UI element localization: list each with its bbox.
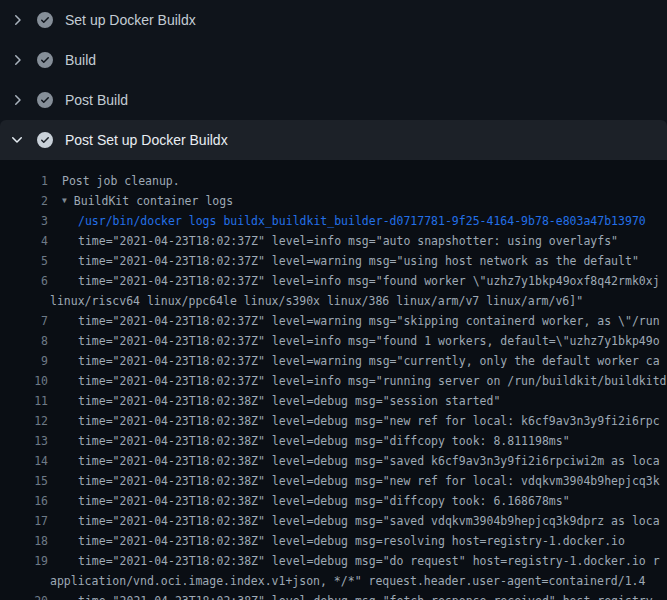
- log-line: 19time="2021-04-23T18:02:38Z" level=debu…: [0, 551, 667, 571]
- line-number[interactable]: 9: [0, 351, 48, 371]
- log-line: 9time="2021-04-23T18:02:37Z" level=warni…: [0, 351, 667, 371]
- log-line-text: time="2021-04-23T18:02:38Z" level=debug …: [78, 491, 667, 511]
- actions-log-viewer: Set up Docker Buildx Build Post Build Po…: [0, 0, 667, 600]
- log-line: 7time="2021-04-23T18:02:37Z" level=warni…: [0, 311, 667, 331]
- step-row-post-set-up-docker-buildx[interactable]: Post Set up Docker Buildx: [0, 120, 667, 160]
- log-line-text: time="2021-04-23T18:02:37Z" level=warnin…: [78, 351, 667, 371]
- log-line: 12time="2021-04-23T18:02:38Z" level=debu…: [0, 411, 667, 431]
- chevron-down-icon: [9, 132, 25, 148]
- log-line-text: time="2021-04-23T18:02:38Z" level=debug …: [78, 591, 667, 600]
- step-row-post-build[interactable]: Post Build: [0, 80, 667, 120]
- step-label: Build: [65, 52, 96, 68]
- log-line: application/vnd.oci.image.index.v1+json,…: [0, 571, 667, 591]
- log-line-text: Post job cleanup.: [62, 171, 667, 191]
- line-number[interactable]: 7: [0, 311, 48, 331]
- log-line: 6time="2021-04-23T18:02:37Z" level=info …: [0, 271, 667, 291]
- line-number[interactable]: 8: [0, 331, 48, 351]
- log-line-text: time="2021-04-23T18:02:37Z" level=info m…: [78, 371, 667, 391]
- log-line-text: time="2021-04-23T18:02:37Z" level=info m…: [78, 231, 667, 251]
- line-number[interactable]: 15: [0, 471, 48, 491]
- line-number[interactable]: 17: [0, 511, 48, 531]
- log-line-text: time="2021-04-23T18:02:38Z" level=debug …: [78, 511, 667, 531]
- log-line: 11time="2021-04-23T18:02:38Z" level=debu…: [0, 391, 667, 411]
- line-number[interactable]: 18: [0, 531, 48, 551]
- steps-list: Set up Docker Buildx Build Post Build Po…: [0, 0, 667, 160]
- log-line: 16time="2021-04-23T18:02:38Z" level=debu…: [0, 491, 667, 511]
- line-number[interactable]: 10: [0, 371, 48, 391]
- step-row-build[interactable]: Build: [0, 40, 667, 80]
- log-line: 4time="2021-04-23T18:02:37Z" level=info …: [0, 231, 667, 251]
- check-circle-icon: [37, 92, 53, 108]
- line-number[interactable]: 16: [0, 491, 48, 511]
- log-line-text: time="2021-04-23T18:02:38Z" level=debug …: [78, 551, 667, 571]
- line-number[interactable]: 12: [0, 411, 48, 431]
- step-label: Post Build: [65, 92, 128, 108]
- line-number[interactable]: 14: [0, 451, 48, 471]
- line-number[interactable]: 6: [0, 271, 48, 291]
- log-line: 18time="2021-04-23T18:02:38Z" level=debu…: [0, 531, 667, 551]
- log-line: 8time="2021-04-23T18:02:37Z" level=info …: [0, 331, 667, 351]
- log-group-toggle[interactable]: BuildKit container logs: [74, 191, 667, 211]
- log-line: 2▼BuildKit container logs: [0, 191, 667, 211]
- check-circle-icon: [37, 52, 53, 68]
- line-number[interactable]: 20: [0, 591, 48, 600]
- log-line: 3/usr/bin/docker logs buildx_buildkit_bu…: [0, 211, 667, 231]
- line-number[interactable]: 1: [0, 171, 48, 191]
- log-line: 1Post job cleanup.: [0, 171, 667, 191]
- chevron-right-icon: [9, 92, 25, 108]
- log-line: 14time="2021-04-23T18:02:38Z" level=debu…: [0, 451, 667, 471]
- triangle-down-icon: ▼: [62, 191, 67, 211]
- log-line-text: time="2021-04-23T18:02:38Z" level=debug …: [78, 451, 667, 471]
- step-row-set-up-docker-buildx[interactable]: Set up Docker Buildx: [0, 0, 667, 40]
- line-number[interactable]: 13: [0, 431, 48, 451]
- step-label: Set up Docker Buildx: [65, 12, 196, 28]
- line-number[interactable]: 3: [0, 211, 48, 231]
- log-line: 10time="2021-04-23T18:02:37Z" level=info…: [0, 371, 667, 391]
- log-line: 13time="2021-04-23T18:02:38Z" level=debu…: [0, 431, 667, 451]
- log-line: 15time="2021-04-23T18:02:38Z" level=debu…: [0, 471, 667, 491]
- log-line: 17time="2021-04-23T18:02:38Z" level=debu…: [0, 511, 667, 531]
- log-command-text: /usr/bin/docker logs buildx_buildkit_bui…: [78, 211, 667, 231]
- line-number[interactable]: 11: [0, 391, 48, 411]
- log-panel: 1Post job cleanup.2▼BuildKit container l…: [0, 160, 667, 600]
- log-line-text: time="2021-04-23T18:02:38Z" level=debug …: [78, 431, 667, 451]
- line-number[interactable]: 2: [0, 191, 48, 211]
- step-label: Post Set up Docker Buildx: [65, 132, 228, 148]
- log-line-text: time="2021-04-23T18:02:38Z" level=debug …: [78, 391, 667, 411]
- log-line-text: time="2021-04-23T18:02:37Z" level=warnin…: [78, 311, 667, 331]
- line-number[interactable]: 4: [0, 231, 48, 251]
- log-line-text: time="2021-04-23T18:02:38Z" level=debug …: [78, 411, 667, 431]
- check-circle-icon: [37, 132, 53, 148]
- log-line-text: linux/riscv64 linux/ppc64le linux/s390x …: [50, 291, 667, 311]
- log-line-text: time="2021-04-23T18:02:37Z" level=info m…: [78, 271, 667, 291]
- line-number: [0, 571, 48, 591]
- log-line-text: application/vnd.oci.image.index.v1+json,…: [50, 571, 667, 591]
- line-number[interactable]: 5: [0, 251, 48, 271]
- line-number[interactable]: 19: [0, 551, 48, 571]
- log-line-text: time="2021-04-23T18:02:37Z" level=warnin…: [78, 251, 667, 271]
- line-number: [0, 291, 48, 311]
- log-line: linux/riscv64 linux/ppc64le linux/s390x …: [0, 291, 667, 311]
- log-line-text: time="2021-04-23T18:02:37Z" level=info m…: [78, 331, 667, 351]
- log-line: 5time="2021-04-23T18:02:37Z" level=warni…: [0, 251, 667, 271]
- log-line: 20time="2021-04-23T18:02:38Z" level=debu…: [0, 591, 667, 600]
- chevron-right-icon: [9, 52, 25, 68]
- log-line-text: time="2021-04-23T18:02:38Z" level=debug …: [78, 531, 667, 551]
- log-line-text: time="2021-04-23T18:02:38Z" level=debug …: [78, 471, 667, 491]
- check-circle-icon: [37, 12, 53, 28]
- chevron-right-icon: [9, 12, 25, 28]
